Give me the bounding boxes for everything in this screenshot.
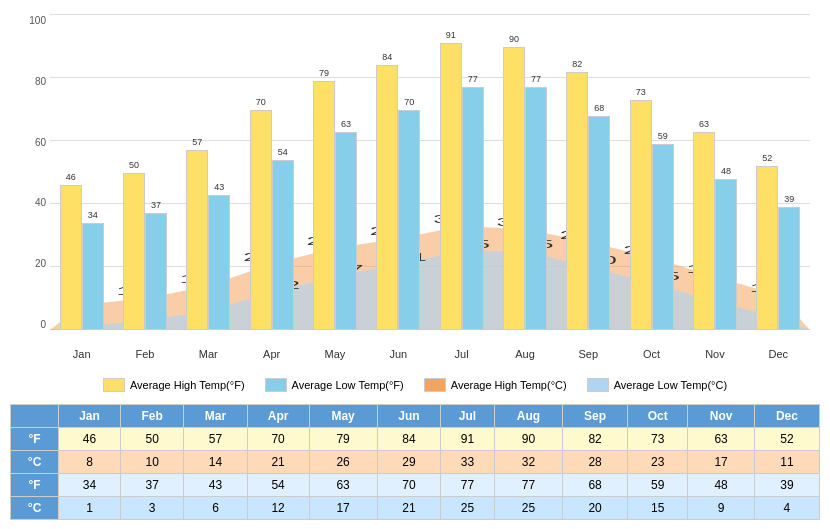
table-row-label: °F xyxy=(11,428,59,451)
bar-high-f: 52 xyxy=(756,166,778,330)
bar-value-high-f: 63 xyxy=(699,119,709,129)
bar-value-high-f: 84 xyxy=(382,52,392,62)
table-cell: 77 xyxy=(441,474,495,497)
bar-high-f: 73 xyxy=(630,100,652,330)
table-cell: 17 xyxy=(309,497,377,520)
table-cell: 54 xyxy=(247,474,309,497)
bar-low-f: 63 xyxy=(335,132,357,330)
bar-high-f: 82 xyxy=(566,72,588,330)
y-tick: 100 xyxy=(18,15,46,26)
legend-label: Average High Temp(°F) xyxy=(130,379,245,391)
table-header-month: Jul xyxy=(441,405,495,428)
table-cell: 15 xyxy=(628,497,688,520)
chart-container: 020406080100 811031462112261729213325322… xyxy=(0,0,830,520)
bar-low-f: 34 xyxy=(82,223,104,330)
table-cell: 9 xyxy=(688,497,755,520)
x-label-month: Jun xyxy=(367,348,430,360)
bar-low-f: 59 xyxy=(652,144,674,330)
bar-value-high-f: 82 xyxy=(572,59,582,69)
table-cell: 68 xyxy=(563,474,628,497)
legend-label: Average Low Temp(°F) xyxy=(292,379,404,391)
table-cell: 17 xyxy=(688,451,755,474)
legend-item: Average High Temp(°F) xyxy=(103,378,245,392)
bar-value-low-f: 68 xyxy=(594,103,604,113)
table-cell: 14 xyxy=(184,451,247,474)
y-tick: 80 xyxy=(18,76,46,87)
table-cell: 82 xyxy=(563,428,628,451)
table-cell: 46 xyxy=(59,428,121,451)
table-cell: 63 xyxy=(688,428,755,451)
table-cell: 79 xyxy=(309,428,377,451)
table-cell: 23 xyxy=(628,451,688,474)
table-row-label: °C xyxy=(11,497,59,520)
table-cell: 57 xyxy=(184,428,247,451)
table-row: °F343743546370777768594839 xyxy=(11,474,820,497)
bar-value-high-f: 50 xyxy=(129,160,139,170)
table-cell: 91 xyxy=(441,428,495,451)
x-label-month: Oct xyxy=(620,348,683,360)
bar-low-f: 43 xyxy=(208,195,230,330)
x-label-month: May xyxy=(303,348,366,360)
table-cell: 63 xyxy=(309,474,377,497)
table-cell: 25 xyxy=(494,497,562,520)
x-label-month: Aug xyxy=(493,348,556,360)
table-cell: 11 xyxy=(754,451,819,474)
table-header-empty xyxy=(11,405,59,428)
table-header-month: Aug xyxy=(494,405,562,428)
bar-high-f: 50 xyxy=(123,173,145,331)
bar-high-f: 84 xyxy=(376,65,398,330)
bar-high-f: 57 xyxy=(186,150,208,330)
table-cell: 59 xyxy=(628,474,688,497)
legend-label: Average High Temp(°C) xyxy=(451,379,567,391)
legend-color-box xyxy=(103,378,125,392)
table-cell: 77 xyxy=(494,474,562,497)
table-cell: 20 xyxy=(563,497,628,520)
legend-item: Average Low Temp(°C) xyxy=(587,378,727,392)
x-label-month: Mar xyxy=(177,348,240,360)
table-row-label: °F xyxy=(11,474,59,497)
x-labels: JanFebMarAprMayJunJulAugSepOctNovDec xyxy=(50,348,810,360)
table-cell: 43 xyxy=(184,474,247,497)
table-cell: 3 xyxy=(120,497,183,520)
bar-low-f: 54 xyxy=(272,160,294,330)
bar-value-low-f: 37 xyxy=(151,200,161,210)
bar-value-low-f: 70 xyxy=(404,97,414,107)
x-label-month: Feb xyxy=(113,348,176,360)
bar-value-high-f: 79 xyxy=(319,68,329,78)
table-cell: 6 xyxy=(184,497,247,520)
bar-high-f: 63 xyxy=(693,132,715,330)
table-header-month: Feb xyxy=(120,405,183,428)
bar-low-f: 39 xyxy=(778,207,800,330)
table-cell: 70 xyxy=(377,474,440,497)
bar-low-f: 37 xyxy=(145,213,167,330)
table-header-month: Jun xyxy=(377,405,440,428)
y-tick: 0 xyxy=(18,319,46,330)
bar-value-low-f: 48 xyxy=(721,166,731,176)
data-table: JanFebMarAprMayJunJulAugSepOctNovDec°F46… xyxy=(10,404,820,520)
bar-high-f: 46 xyxy=(60,185,82,330)
bar-value-low-f: 77 xyxy=(468,74,478,84)
bar-value-high-f: 90 xyxy=(509,34,519,44)
table-cell: 28 xyxy=(563,451,628,474)
bar-high-f: 79 xyxy=(313,81,335,330)
x-label-month: Dec xyxy=(747,348,810,360)
table-cell: 25 xyxy=(441,497,495,520)
table-header-month: Nov xyxy=(688,405,755,428)
table-cell: 34 xyxy=(59,474,121,497)
bar-value-high-f: 91 xyxy=(446,30,456,40)
table-cell: 32 xyxy=(494,451,562,474)
bar-low-f: 68 xyxy=(588,116,610,330)
legend-item: Average High Temp(°C) xyxy=(424,378,567,392)
bar-value-low-f: 77 xyxy=(531,74,541,84)
table-header-month: May xyxy=(309,405,377,428)
table-header-month: Mar xyxy=(184,405,247,428)
table-header-month: Dec xyxy=(754,405,819,428)
table-cell: 52 xyxy=(754,428,819,451)
legend-color-box xyxy=(587,378,609,392)
bar-value-low-f: 54 xyxy=(278,147,288,157)
legend: Average High Temp(°F)Average Low Temp(°F… xyxy=(10,370,820,400)
legend-item: Average Low Temp(°F) xyxy=(265,378,404,392)
table-header-month: Oct xyxy=(628,405,688,428)
table-header-month: Apr xyxy=(247,405,309,428)
bar-value-high-f: 70 xyxy=(256,97,266,107)
